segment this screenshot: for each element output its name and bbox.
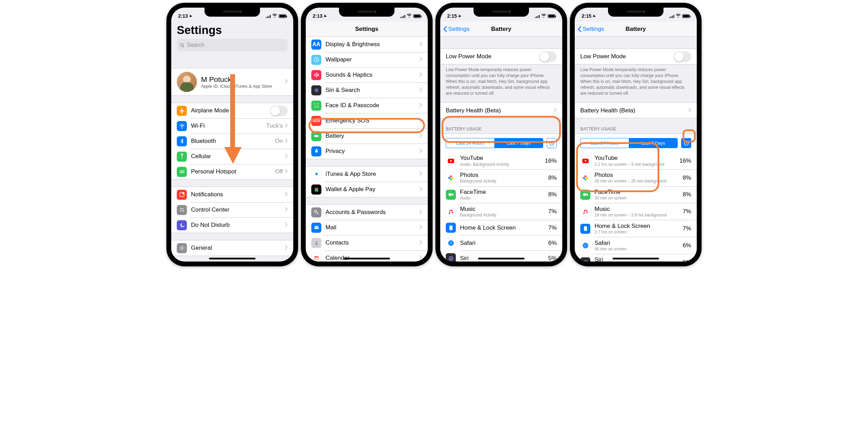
siri-icon [311,85,321,95]
chevron-right-icon [419,87,422,93]
row-label: Battery Health (Beta) [446,107,554,114]
svg-point-5 [180,208,181,209]
app-usage-row[interactable]: MusicBackground Activity7% [440,203,562,220]
app-usage-row[interactable]: YouTubeAudio, Background Activity16% [440,152,562,169]
svg-rect-18 [314,189,318,190]
svg-point-34 [451,229,451,230]
chevron-right-icon [419,255,422,261]
calendar-row[interactable]: Calendar [306,250,428,262]
svg-rect-21 [314,226,319,229]
bluetooth-icon [177,136,187,146]
wallet-row[interactable]: Wallet & Apple Pay [306,182,428,197]
back-button[interactable]: Settings [578,26,604,33]
low-power-footer: Low Power Mode temporarily reduces power… [575,65,697,97]
back-button[interactable]: Settings [443,26,469,33]
notifications-row[interactable]: Notifications [171,187,293,202]
bluetooth-value: On [275,138,283,145]
notch [205,8,260,17]
row-label: Face ID & Passcode [326,102,419,109]
svg-point-13 [315,105,316,105]
row-label: Mail [326,224,419,231]
app-name: Home & Lock Screen [594,222,683,230]
annotation-highlight-usage [442,116,561,143]
contacts-row[interactable]: Contacts [306,235,428,250]
hotspot-row[interactable]: Personal Hotspot Off [171,164,293,179]
airplane-icon [177,106,187,116]
search-placeholder: Search [187,42,205,48]
airplane-toggle[interactable] [270,105,288,116]
dnd-row[interactable]: Do Not Disturb [171,217,293,233]
app-usage-row[interactable]: Home & Lock Screen2.7 hrs on screen7% [575,220,697,237]
nav-title: Battery [626,26,646,33]
mail-row[interactable]: Mail [306,220,428,235]
siri-row[interactable]: Siri & Search [306,83,428,98]
chevron-right-icon [285,245,288,251]
home-indicator[interactable] [478,258,524,259]
home-indicator[interactable] [344,258,390,259]
app-usage-row[interactable]: FaceTimeAudio8% [440,186,562,203]
display-row[interactable]: AADisplay & Brightness [306,37,428,52]
low-power-mode-row[interactable]: Low Power Mode [575,49,697,64]
status-time: 2:15 [447,13,457,19]
app-usage-row[interactable]: Music18 min on screen – 3.9 hrs backgrou… [575,203,697,220]
faceid-row[interactable]: Face ID & Passcode [306,98,428,113]
chevron-right-icon [419,148,422,154]
location-icon: ➤ [458,14,462,18]
row-label: Sounds & Haptics [326,71,419,78]
app-percent: 16% [545,157,557,164]
app-percent: 7% [548,224,557,231]
row-label: Battery [326,132,419,139]
battery-icon [682,14,690,18]
row-label: Wallpaper [326,56,419,63]
low-power-mode-row[interactable]: Low Power Mode [440,49,562,64]
key-icon [311,207,321,217]
home-indicator[interactable] [209,258,255,259]
row-label: Control Center [191,206,285,213]
svg-point-20 [314,210,316,212]
settings-scrolled-content[interactable]: AADisplay & Brightness Wallpaper Sounds … [306,37,428,262]
sounds-row[interactable]: Sounds & Haptics [306,67,428,83]
signal-icon [266,14,271,18]
svg-point-48 [583,260,588,262]
low-power-toggle[interactable] [674,51,691,62]
faceid-icon [311,101,321,111]
chevron-right-icon [419,186,422,192]
cellular-icon [177,152,187,162]
app-usage-row[interactable]: Safari6% [440,236,562,251]
app-percent: 8% [548,174,557,181]
chevron-right-icon [419,133,422,139]
row-label: Siri & Search [326,86,419,94]
general-row[interactable]: General [171,240,293,256]
privacy-row[interactable]: Privacy [306,144,428,159]
app-usage-row[interactable]: Home & Lock Screen7% [440,220,562,236]
chevron-right-icon [419,240,422,246]
nav-title: Battery [491,26,512,33]
accounts-row[interactable]: Accounts & Passwords [306,205,428,220]
wallpaper-row[interactable]: Wallpaper [306,52,428,67]
home-indicator[interactable] [613,258,659,259]
battery-content[interactable]: Low Power Mode Low Power Mode temporaril… [440,37,562,262]
app-percent: 5% [548,255,557,262]
privacy-icon [311,146,321,156]
signal-icon [535,14,540,18]
row-label: Battery Health (Beta) [580,107,688,114]
chevron-right-icon [285,169,288,175]
svg-point-29 [451,177,453,179]
low-power-toggle[interactable] [539,51,557,62]
app-usage-row[interactable]: Safari56 min on screen6% [575,237,697,254]
app-subtitle: 56 min on screen [594,247,683,252]
svg-point-10 [316,59,317,60]
svg-point-28 [450,175,452,177]
app-usage-row[interactable]: Siri5% [440,251,562,262]
battery-health-row[interactable]: Battery Health (Beta) [575,103,697,118]
chevron-right-icon [285,207,288,213]
control-center-row[interactable]: Control Center [171,202,293,217]
nav-title: Settings [355,26,378,33]
svg-rect-24 [314,257,318,258]
notifications-icon [177,190,187,200]
search-input[interactable]: Search [177,39,288,51]
app-usage-row[interactable]: PhotosBackground Activity8% [440,169,562,186]
itunes-row[interactable]: iTunes & App Store [306,166,428,182]
wifi-icon [541,14,546,18]
svg-point-22 [315,241,317,243]
